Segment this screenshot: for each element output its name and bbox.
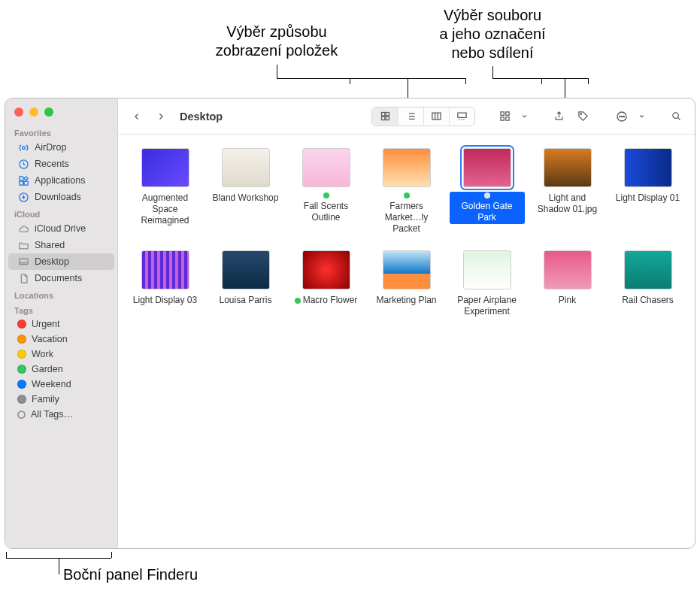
icon-view-button[interactable]: [372, 108, 398, 126]
svg-rect-11: [500, 112, 503, 115]
sidebar-item-applications[interactable]: Applications: [8, 172, 114, 189]
file-item[interactable]: Fall Scents Outline: [286, 148, 365, 246]
apps-icon: [17, 174, 29, 186]
group-by-button[interactable]: [495, 108, 514, 126]
file-name: Pink: [556, 294, 579, 307]
sidebar-item-label: Documents: [35, 273, 82, 283]
file-thumbnail: [463, 148, 511, 187]
close-button[interactable]: [14, 108, 23, 117]
sidebar-item-shared[interactable]: Shared: [8, 237, 114, 253]
svg-rect-2: [19, 176, 23, 180]
chevron-down-icon[interactable]: [636, 108, 647, 126]
file-item[interactable]: Golden Gate Park: [447, 148, 526, 246]
file-item[interactable]: Light and Shadow 01.jpg: [528, 148, 607, 246]
svg-point-17: [620, 116, 620, 117]
share-button[interactable]: [549, 108, 568, 126]
tag-dot-icon: [17, 350, 26, 359]
svg-rect-12: [505, 112, 508, 115]
callout-line: [277, 78, 408, 79]
sidebar-heading-locations: Locations: [5, 286, 117, 301]
sidebar-item-label: Garden: [32, 364, 63, 374]
svg-rect-6: [386, 113, 389, 116]
sidebar-tag-garden[interactable]: Garden: [8, 362, 114, 377]
file-thumbnail: [222, 250, 270, 289]
file-item[interactable]: Rail Chasers: [608, 250, 687, 348]
finder-window: Favorites AirDrop Recents Applications D…: [5, 98, 695, 549]
file-thumbnail: [463, 250, 511, 289]
search-button[interactable]: [666, 108, 686, 126]
file-item[interactable]: Macro Flower: [286, 250, 365, 348]
callout-bracket-end: [588, 78, 589, 84]
downloads-icon: [17, 191, 29, 203]
svg-point-18: [621, 116, 622, 117]
sidebar-item-label: Family: [32, 394, 59, 405]
tags-button[interactable]: [573, 108, 592, 126]
sidebar-item-documents[interactable]: Documents: [8, 270, 114, 286]
file-item[interactable]: Light Display 01: [608, 148, 687, 246]
callout-bracket-end: [111, 552, 112, 558]
back-button[interactable]: [127, 108, 147, 126]
file-item[interactable]: Marketing Plan: [367, 250, 446, 348]
toolbar: Desktop: [118, 98, 695, 135]
sidebar-tag-vacation[interactable]: Vacation: [8, 332, 114, 347]
column-view-button[interactable]: [423, 108, 449, 126]
file-item[interactable]: Pink: [528, 250, 607, 348]
svg-rect-13: [500, 117, 503, 120]
action-button[interactable]: [612, 108, 632, 126]
svg-point-20: [672, 113, 678, 119]
svg-rect-9: [432, 113, 441, 120]
callout-line: [277, 65, 277, 78]
file-name: Augmented Space Reimagined: [128, 192, 203, 227]
callout-bracket-end: [541, 78, 542, 84]
file-name: Farmers Market…ly Packet: [369, 192, 444, 235]
list-view-button[interactable]: [398, 108, 423, 126]
chevron-down-icon[interactable]: [519, 108, 529, 126]
sidebar-tag-family[interactable]: Family: [8, 392, 114, 407]
file-name: Macro Flower: [292, 294, 361, 307]
sidebar-item-icloud-drive[interactable]: iCloud Drive: [8, 220, 114, 237]
file-item[interactable]: Farmers Market…ly Packet: [367, 148, 446, 246]
callout-share: Výběr souboru a jeho označení nebo sdíle…: [406, 6, 579, 62]
callout-line: [492, 66, 493, 78]
sidebar-item-label: Desktop: [35, 256, 69, 267]
callout-line: [59, 558, 59, 574]
svg-rect-10: [458, 113, 466, 117]
file-name: Louisa Parris: [216, 294, 274, 307]
tag-dot-icon: [17, 380, 26, 389]
callout-view: Výběr způsobu zobrazení položek: [194, 23, 359, 60]
sidebar-item-airdrop[interactable]: AirDrop: [8, 139, 114, 156]
sidebar-item-label: All Tags…: [31, 409, 73, 420]
forward-button[interactable]: [151, 108, 171, 126]
svg-rect-5: [381, 113, 384, 116]
airdrop-icon: [17, 141, 29, 153]
desktop-icon: [17, 256, 29, 268]
zoom-button[interactable]: [44, 108, 53, 117]
sidebar-item-desktop[interactable]: Desktop: [8, 253, 114, 270]
document-icon: [17, 272, 29, 284]
file-item[interactable]: Bland Workshop: [206, 148, 285, 246]
file-thumbnail: [624, 250, 672, 289]
file-name: Fall Scents Outline: [289, 192, 364, 224]
file-thumbnail: [302, 250, 350, 289]
file-tag-dot-icon: [295, 298, 301, 304]
file-thumbnail: [222, 148, 270, 187]
sidebar-tag-weekend[interactable]: Weekend: [8, 377, 114, 392]
file-name: Golden Gate Park: [450, 192, 525, 224]
sidebar-tag-all[interactable]: All Tags…: [8, 407, 114, 422]
sidebar-tag-urgent[interactable]: Urgent: [8, 317, 114, 332]
sidebar-item-label: Recents: [35, 159, 69, 169]
file-item[interactable]: Augmented Space Reimagined: [126, 148, 205, 246]
shared-folder-icon: [17, 239, 29, 251]
file-item[interactable]: Louisa Parris: [206, 250, 285, 348]
sidebar-item-downloads[interactable]: Downloads: [8, 189, 114, 205]
file-item[interactable]: Paper Airplane Experiment: [447, 250, 526, 348]
svg-rect-8: [386, 117, 389, 120]
sidebar-item-recents[interactable]: Recents: [8, 156, 114, 172]
file-name: Paper Airplane Experiment: [450, 294, 525, 318]
gallery-view-button[interactable]: [449, 108, 474, 126]
callout-bracket-end: [6, 552, 7, 558]
sidebar-tag-work[interactable]: Work: [8, 347, 114, 362]
tag-dot-icon: [17, 395, 26, 404]
file-item[interactable]: Light Display 03: [126, 250, 205, 348]
minimize-button[interactable]: [29, 108, 38, 117]
